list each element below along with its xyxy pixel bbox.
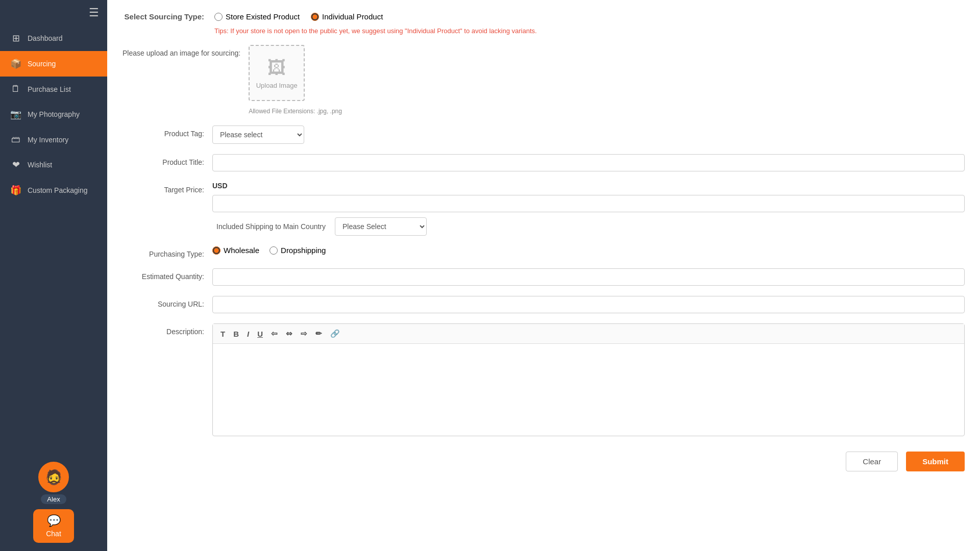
purchasing-type-content: Wholesale Dropshipping bbox=[212, 246, 965, 255]
avatar-wrap[interactable]: 🧔 Alex bbox=[38, 462, 69, 504]
estimated-quantity-label: Estimated Quantity: bbox=[122, 268, 204, 281]
product-title-row: Product Title: bbox=[122, 149, 965, 177]
toolbar-align-left-btn[interactable]: ⇦ bbox=[267, 327, 281, 340]
sidebar-item-label: Custom Packaging bbox=[28, 186, 88, 194]
upload-image-text: Upload Image bbox=[256, 82, 298, 89]
sidebar-item-label: Wishlist bbox=[28, 161, 52, 169]
target-price-label: Target Price: bbox=[122, 182, 204, 194]
product-tag-label: Product Tag: bbox=[122, 126, 204, 138]
clear-button[interactable]: Clear bbox=[846, 452, 898, 471]
purchasing-type-label: Purchasing Type: bbox=[122, 246, 204, 258]
radio-individual-product-input[interactable] bbox=[311, 13, 319, 21]
avatar: 🧔 bbox=[38, 462, 69, 492]
upload-icon: 🖼 bbox=[267, 57, 286, 79]
radio-individual-product-label: Individual Product bbox=[322, 12, 383, 21]
sidebar-item-label: My Inventory bbox=[28, 136, 68, 144]
toolbar-align-center-btn[interactable]: ⇔ bbox=[282, 327, 296, 340]
inventory-icon: 🗃 bbox=[10, 134, 21, 145]
radio-wholesale[interactable]: Wholesale bbox=[212, 246, 259, 255]
description-editor: T B I U ⇦ ⇔ ⇨ ✏ 🔗 bbox=[212, 323, 965, 436]
sourcing-icon: 📦 bbox=[10, 58, 21, 69]
avatar-name: Alex bbox=[41, 494, 66, 504]
radio-dropshipping-input[interactable] bbox=[270, 246, 278, 255]
estimated-quantity-input[interactable] bbox=[212, 268, 965, 286]
sidebar-item-label: My Photography bbox=[28, 110, 80, 118]
toolbar-underline-btn[interactable]: U bbox=[254, 328, 266, 340]
sourcing-type-radio-group: Store Existed Product Individual Product bbox=[214, 12, 383, 21]
description-label: Description: bbox=[122, 323, 204, 336]
sidebar-nav: ⊞ Dashboard 📦 Sourcing 🗒 Purchase List 📷… bbox=[0, 26, 107, 454]
chat-icon: 💬 bbox=[47, 514, 61, 528]
editor-toolbar: T B I U ⇦ ⇔ ⇨ ✏ 🔗 bbox=[213, 324, 964, 344]
packaging-icon: 🎁 bbox=[10, 185, 21, 196]
purchase-list-icon: 🗒 bbox=[10, 84, 21, 94]
product-tag-select[interactable]: Please select bbox=[212, 126, 304, 144]
file-ext-note: Allowed File Extensions: .jpg, .png bbox=[249, 108, 342, 115]
hamburger-menu[interactable]: ☰ bbox=[0, 0, 107, 26]
product-title-label: Product Title: bbox=[122, 154, 204, 166]
photography-icon: 📷 bbox=[10, 109, 21, 120]
toolbar-bold-btn[interactable]: B bbox=[230, 328, 242, 340]
product-title-input[interactable] bbox=[212, 154, 965, 171]
tips-text: Tips: If your store is not open to the p… bbox=[122, 25, 965, 40]
sourcing-url-label: Sourcing URL: bbox=[122, 296, 204, 308]
product-tag-content: Please select bbox=[212, 126, 965, 144]
sidebar-item-wishlist[interactable]: ❤ Wishlist bbox=[0, 152, 107, 178]
chat-button[interactable]: 💬 Chat bbox=[33, 509, 74, 543]
toolbar-align-right-btn[interactable]: ⇨ bbox=[297, 327, 311, 340]
purchasing-type-row: Purchasing Type: Wholesale Dropshipping bbox=[122, 241, 965, 263]
shipping-country-select[interactable]: Please Select bbox=[335, 217, 427, 236]
sidebar-bottom: 🧔 Alex 💬 Chat bbox=[0, 454, 107, 551]
target-price-input[interactable] bbox=[212, 195, 965, 212]
sourcing-url-input[interactable] bbox=[212, 296, 965, 313]
radio-store-existed[interactable]: Store Existed Product bbox=[214, 12, 300, 21]
toolbar-text-btn[interactable]: T bbox=[217, 328, 229, 340]
sidebar-item-label: Sourcing bbox=[28, 60, 56, 68]
purchasing-type-radios: Wholesale Dropshipping bbox=[212, 246, 326, 255]
sidebar-item-dashboard[interactable]: ⊞ Dashboard bbox=[0, 26, 107, 51]
radio-store-existed-input[interactable] bbox=[214, 13, 223, 21]
sourcing-type-row: Select Sourcing Type: Store Existed Prod… bbox=[122, 5, 965, 25]
radio-store-existed-label: Store Existed Product bbox=[226, 12, 300, 21]
toolbar-link-btn[interactable]: 🔗 bbox=[327, 327, 344, 340]
target-price-row: Target Price: USD Included Shipping to M… bbox=[122, 177, 965, 241]
upload-image-box[interactable]: 🖼 Upload Image bbox=[249, 45, 305, 101]
radio-dropshipping-label: Dropshipping bbox=[281, 246, 326, 255]
product-tag-row: Product Tag: Please select bbox=[122, 120, 965, 149]
radio-dropshipping[interactable]: Dropshipping bbox=[270, 246, 326, 255]
target-price-content: USD Included Shipping to Main Country Pl… bbox=[212, 182, 965, 236]
sidebar-item-sourcing[interactable]: 📦 Sourcing bbox=[0, 51, 107, 77]
sidebar-item-purchase-list[interactable]: 🗒 Purchase List bbox=[0, 77, 107, 102]
upload-image-content: 🖼 Upload Image Allowed File Extensions: … bbox=[249, 45, 965, 115]
form-buttons-row: Clear Submit bbox=[122, 441, 965, 477]
upload-image-label: Please upload an image for sourcing: bbox=[122, 45, 240, 57]
chat-label: Chat bbox=[46, 530, 61, 538]
sidebar-item-my-inventory[interactable]: 🗃 My Inventory bbox=[0, 127, 107, 152]
description-editor-content[interactable] bbox=[213, 344, 964, 436]
sourcing-url-row: Sourcing URL: bbox=[122, 291, 965, 318]
sidebar-item-my-photography[interactable]: 📷 My Photography bbox=[0, 102, 107, 127]
sidebar-item-label: Dashboard bbox=[28, 34, 63, 42]
sourcing-form: Select Sourcing Type: Store Existed Prod… bbox=[122, 0, 965, 477]
estimated-quantity-row: Estimated Quantity: bbox=[122, 263, 965, 291]
sourcing-url-content bbox=[212, 296, 965, 313]
sourcing-type-label: Select Sourcing Type: bbox=[122, 12, 204, 21]
product-title-content bbox=[212, 154, 965, 171]
wishlist-icon: ❤ bbox=[10, 159, 21, 170]
toolbar-italic-btn[interactable]: I bbox=[243, 328, 253, 340]
sidebar-item-custom-packaging[interactable]: 🎁 Custom Packaging bbox=[0, 178, 107, 203]
toolbar-pencil-btn[interactable]: ✏ bbox=[312, 327, 326, 340]
radio-wholesale-label: Wholesale bbox=[224, 246, 259, 255]
main-content: Select Sourcing Type: Store Existed Prod… bbox=[107, 0, 980, 551]
sidebar: ☰ ⊞ Dashboard 📦 Sourcing 🗒 Purchase List… bbox=[0, 0, 107, 551]
radio-individual-product[interactable]: Individual Product bbox=[311, 12, 383, 21]
upload-image-row: Please upload an image for sourcing: 🖼 U… bbox=[122, 40, 965, 120]
currency-label: USD bbox=[212, 182, 228, 190]
shipping-label: Included Shipping to Main Country bbox=[216, 222, 326, 231]
submit-button[interactable]: Submit bbox=[906, 452, 965, 471]
estimated-quantity-content bbox=[212, 268, 965, 286]
hamburger-icon: ☰ bbox=[89, 6, 99, 19]
description-content: T B I U ⇦ ⇔ ⇨ ✏ 🔗 bbox=[212, 323, 965, 436]
radio-wholesale-input[interactable] bbox=[212, 246, 220, 255]
sidebar-item-label: Purchase List bbox=[28, 85, 71, 93]
